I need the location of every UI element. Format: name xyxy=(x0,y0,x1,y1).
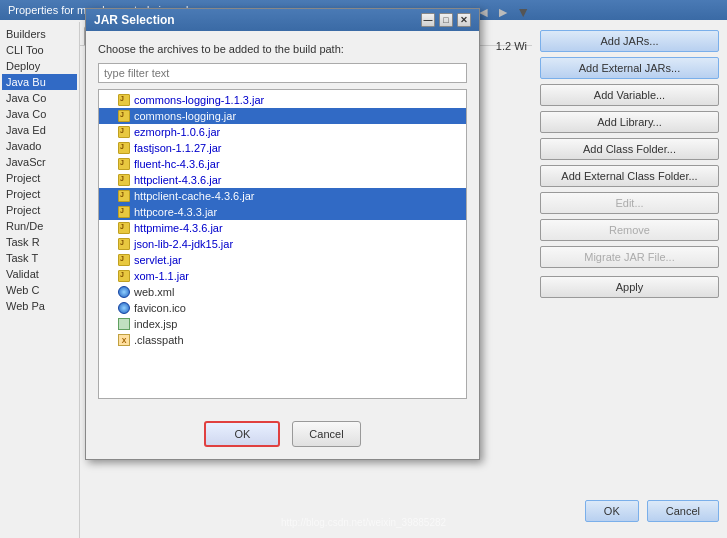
list-item[interactable]: X .classpath xyxy=(99,332,466,348)
minimize-button[interactable]: — xyxy=(421,13,435,27)
list-item[interactable]: json-lib-2.4-jdk15.jar xyxy=(99,236,466,252)
web-globe-icon xyxy=(117,301,131,315)
jar-icon xyxy=(117,173,131,187)
dialog-ok-button[interactable]: OK xyxy=(204,421,280,447)
list-item[interactable]: index.jsp xyxy=(99,316,466,332)
file-tree: commons-logging-1.1.3.jar commons-loggin… xyxy=(98,89,467,399)
maximize-button[interactable]: □ xyxy=(439,13,453,27)
jar-icon xyxy=(117,205,131,219)
jsp-icon xyxy=(117,317,131,331)
list-item[interactable]: fastjson-1.1.27.jar xyxy=(99,140,466,156)
jar-icon xyxy=(117,269,131,283)
list-item[interactable]: web.xml xyxy=(99,284,466,300)
list-item[interactable]: httpcore-4.3.3.jar xyxy=(99,204,466,220)
list-item[interactable]: fluent-hc-4.3.6.jar xyxy=(99,156,466,172)
jar-icon xyxy=(117,237,131,251)
jar-icon xyxy=(117,221,131,235)
dialog-buttons: OK Cancel xyxy=(86,411,479,459)
list-item[interactable]: ezmorph-1.0.6.jar xyxy=(99,124,466,140)
dialog-title-text: JAR Selection xyxy=(94,13,175,27)
jar-icon xyxy=(117,109,131,123)
web-icon xyxy=(117,285,131,299)
dialog-title-controls: — □ ✕ xyxy=(421,13,471,27)
list-item[interactable]: httpmime-4.3.6.jar xyxy=(99,220,466,236)
filter-input[interactable] xyxy=(98,63,467,83)
jar-icon xyxy=(117,125,131,139)
jar-icon xyxy=(117,141,131,155)
jar-icon xyxy=(117,253,131,267)
dialog-content: Choose the archives to be added to the b… xyxy=(86,31,479,411)
list-item[interactable]: httpclient-4.3.6.jar xyxy=(99,172,466,188)
jar-icon xyxy=(117,189,131,203)
jar-icon xyxy=(117,157,131,171)
list-item[interactable]: xom-1.1.jar xyxy=(99,268,466,284)
dialog-instruction: Choose the archives to be added to the b… xyxy=(98,43,467,55)
xml-icon: X xyxy=(117,333,131,347)
list-item[interactable]: favicon.ico xyxy=(99,300,466,316)
dialog-cancel-button[interactable]: Cancel xyxy=(292,421,360,447)
list-item[interactable]: commons-logging-1.1.3.jar xyxy=(99,92,466,108)
jar-icon xyxy=(117,93,131,107)
dialog-titlebar: JAR Selection — □ ✕ xyxy=(86,9,479,31)
dialog-overlay: JAR Selection — □ ✕ Choose the archives … xyxy=(0,0,727,538)
list-item[interactable]: commons-logging.jar xyxy=(99,108,466,124)
list-item[interactable]: httpclient-cache-4.3.6.jar xyxy=(99,188,466,204)
list-item[interactable]: servlet.jar xyxy=(99,252,466,268)
jar-dialog: JAR Selection — □ ✕ Choose the archives … xyxy=(85,8,480,460)
close-button[interactable]: ✕ xyxy=(457,13,471,27)
watermark: http://blog.csdn.net/weixin_39885282 xyxy=(281,517,446,528)
